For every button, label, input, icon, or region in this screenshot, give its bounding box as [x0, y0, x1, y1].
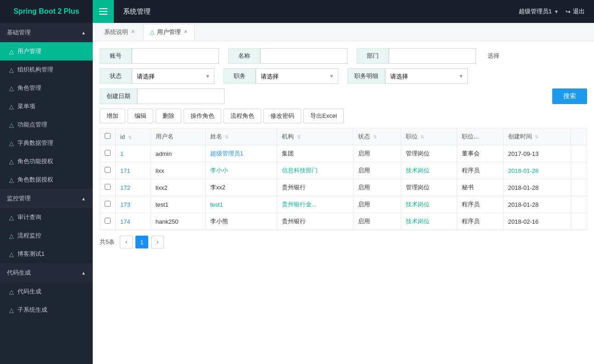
- job-label: 职务: [224, 68, 256, 84]
- pagination-page-1[interactable]: 1: [135, 236, 148, 248]
- row-id-3[interactable]: 172: [120, 184, 130, 191]
- row-org-4[interactable]: 贵州银行金...: [282, 201, 317, 208]
- table-col-id[interactable]: id ⇅: [116, 128, 151, 145]
- row-id-1[interactable]: 1: [120, 150, 123, 157]
- table-col-position[interactable]: 职位 ⇅: [401, 128, 457, 145]
- tab-user-management-close[interactable]: ✕: [184, 29, 188, 34]
- row-position-3: 管理岗位: [401, 179, 457, 196]
- row-checkbox-3[interactable]: [105, 184, 111, 190]
- sidebar-item-function-point[interactable]: △ 功能点管理: [0, 116, 93, 134]
- row-created-5: 2018-02-16: [503, 213, 571, 230]
- row-created-2[interactable]: 2018-01-28: [508, 167, 539, 174]
- select-all-checkbox[interactable]: [105, 133, 111, 139]
- sidebar-group-codegen-arrow: ▲: [81, 270, 86, 276]
- logout-label: 退出: [573, 7, 585, 16]
- search-button[interactable]: 搜索: [552, 88, 587, 104]
- status-select[interactable]: 请选择: [132, 70, 214, 83]
- table-col-created[interactable]: 创建时间 ⇅: [503, 128, 571, 145]
- job-detail-select-wrap: 请选择 ▼: [385, 68, 468, 84]
- table-col-name[interactable]: 姓名 ⇅: [205, 128, 277, 145]
- table-row: 174 hank250 李小熊 贵州银行 启用 技术岗位 程序员 2018-02…: [100, 213, 587, 230]
- sort-arrow-position: ⇅: [420, 134, 424, 139]
- toolbar-btn-add[interactable]: 增加: [100, 109, 125, 123]
- sidebar-item-org-management[interactable]: △ 组织机构管理: [0, 61, 93, 79]
- sidebar-item-dict-data-label: 字典数据管理: [17, 139, 53, 147]
- table-col-username[interactable]: 用户名: [151, 128, 205, 145]
- toolbar-btn-delete[interactable]: 删除: [156, 109, 181, 123]
- row-id-4[interactable]: 173: [120, 201, 130, 208]
- row-checkbox-2[interactable]: [105, 167, 111, 173]
- sidebar-group-codegen[interactable]: 代码生成 ▲: [0, 263, 93, 282]
- table-col-status[interactable]: 状态 ⇅: [353, 128, 401, 145]
- sidebar-item-role-management-label: 角色管理: [17, 84, 41, 92]
- table-col-position-detail[interactable]: 职位...: [457, 128, 504, 145]
- sidebar-item-flow-monitor[interactable]: △ 流程监控: [0, 226, 93, 245]
- page-content: 账号 名称 部门 选择: [93, 41, 594, 364]
- toolbar-btn-edit[interactable]: 编辑: [128, 109, 153, 123]
- row-name-4[interactable]: test1: [210, 201, 223, 208]
- sidebar-item-audit-query[interactable]: △ 审计查询: [0, 208, 93, 226]
- sidebar-item-code-gen-label: 代码生成: [17, 287, 41, 296]
- toolbar-btn-flow-role[interactable]: 流程角色: [224, 109, 261, 123]
- table-body: 1 admin 超级管理员1 集团 启用 管理岗位 董事会 2017-09-13…: [100, 145, 587, 230]
- sidebar-group-basic[interactable]: 基础管理 ▲: [0, 23, 93, 42]
- sidebar-item-code-gen[interactable]: △ 代码生成: [0, 282, 93, 301]
- row-position-5[interactable]: 技术岗位: [406, 218, 430, 225]
- sort-arrow-created: ⇅: [535, 134, 538, 139]
- row-position-2[interactable]: 技术岗位: [406, 167, 430, 174]
- row-checkbox-4[interactable]: [105, 201, 111, 207]
- brand: Spring Boot 2 Plus: [0, 0, 93, 23]
- row-id-2[interactable]: 171: [120, 167, 130, 174]
- row-checkbox-5[interactable]: [105, 218, 111, 224]
- sidebar-item-role-data-auth[interactable]: △ 角色数据授权: [0, 171, 93, 189]
- tab-system-intro-close[interactable]: ✕: [131, 29, 135, 34]
- job-select[interactable]: 请选择: [256, 70, 338, 83]
- sidebar-item-dict-data[interactable]: △ 字典数据管理: [0, 134, 93, 152]
- row-username-4: test1: [151, 196, 205, 213]
- row-position-4[interactable]: 技术岗位: [406, 201, 430, 208]
- row-name-2[interactable]: 李小小: [210, 167, 228, 174]
- sidebar-item-user-management[interactable]: △ 用户管理: [0, 42, 93, 61]
- row-username-1: admin: [151, 145, 205, 162]
- dept-label: 部门: [357, 48, 389, 64]
- sidebar-item-subsystem-gen[interactable]: △ 子系统生成: [0, 301, 93, 319]
- menu-toggle-button[interactable]: [93, 0, 114, 23]
- table-header: id ⇅ 用户名 姓名 ⇅ 机构 ⇅ 状态 ⇅ 职位 ⇅ 职位... 创建时间 …: [100, 128, 587, 145]
- sidebar-item-menu[interactable]: △ 菜单项: [0, 97, 93, 116]
- brand-text: Spring Boot 2 Plus: [13, 7, 79, 16]
- row-org-2[interactable]: 信息科技部门: [282, 167, 318, 174]
- row-id-5[interactable]: 174: [120, 218, 130, 225]
- toolbar-btn-op-role[interactable]: 操作角色: [184, 109, 221, 123]
- sidebar-item-blog-test[interactable]: △ 博客测试1: [0, 245, 93, 263]
- logout-button[interactable]: ↪ 退出: [566, 7, 585, 16]
- sidebar-item-role-management[interactable]: △ 角色管理: [0, 79, 93, 97]
- form-row-1: 账号 名称 部门 选择: [100, 48, 587, 64]
- row-checkbox-1[interactable]: [105, 150, 111, 156]
- dept-input[interactable]: [389, 48, 476, 64]
- toolbar-btn-export[interactable]: 导出Excel: [303, 109, 344, 123]
- name-input[interactable]: [260, 48, 347, 64]
- sidebar-item-role-function-auth[interactable]: △ 角色功能授权: [0, 152, 93, 171]
- pagination-prev[interactable]: ‹: [120, 236, 133, 248]
- create-date-input[interactable]: [137, 88, 224, 104]
- table-row: 1 admin 超级管理员1 集团 启用 管理岗位 董事会 2017-09-13: [100, 145, 587, 162]
- user-info[interactable]: 超级管理员1 ▼: [519, 7, 559, 16]
- toolbar-btn-change-pw[interactable]: 修改密码: [263, 109, 301, 123]
- account-input[interactable]: [132, 48, 219, 64]
- home-icon-5: △: [9, 121, 14, 128]
- sidebar-group-monitor[interactable]: 监控管理 ▲: [0, 189, 93, 208]
- row-name-1[interactable]: 超级管理员1: [210, 150, 243, 157]
- pagination: 共5条 ‹ 1 ›: [100, 230, 587, 251]
- pagination-next[interactable]: ›: [151, 236, 164, 248]
- form-item-job-detail: 职务明细 请选择 ▼: [347, 68, 468, 84]
- job-detail-select[interactable]: 请选择: [386, 70, 467, 83]
- row-name-3: 李xx2: [205, 179, 277, 196]
- row-username-3: lixx2: [151, 179, 205, 196]
- sidebar-group-basic-label: 基础管理: [7, 28, 31, 37]
- table-col-org[interactable]: 机构 ⇅: [277, 128, 353, 145]
- next-arrow-icon: ›: [157, 239, 158, 245]
- content-area: 系统说明 ✕ △ 用户管理 ✕ 账号 名称: [93, 23, 594, 364]
- tab-system-intro[interactable]: 系统说明 ✕: [97, 24, 142, 40]
- tab-user-management[interactable]: △ 用户管理 ✕: [143, 24, 195, 40]
- sidebar-item-function-point-label: 功能点管理: [17, 121, 47, 129]
